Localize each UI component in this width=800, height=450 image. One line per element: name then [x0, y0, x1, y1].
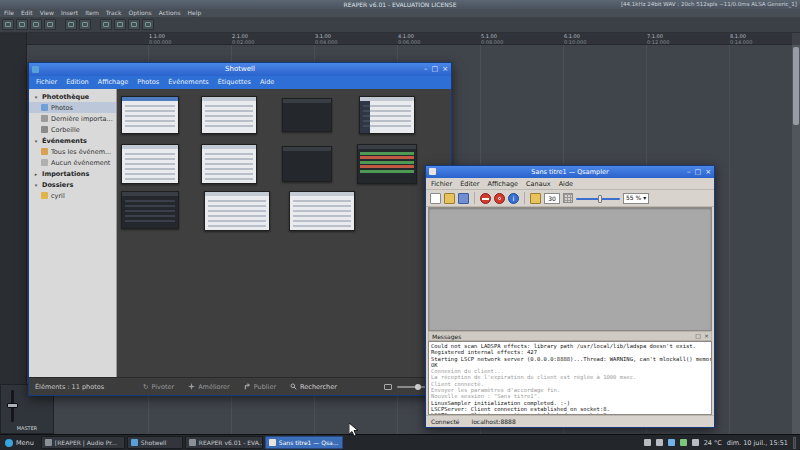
photo-thumbnail[interactable]: [121, 96, 179, 134]
menu-etiquettes[interactable]: Étiquettes: [218, 76, 251, 89]
temperature-indicator[interactable]: 24 °C: [704, 439, 722, 447]
volume-slider[interactable]: [576, 193, 620, 204]
channel-spinbox[interactable]: 30: [544, 193, 560, 204]
restart-sampler-icon[interactable]: [494, 193, 505, 204]
new-session-icon[interactable]: [430, 193, 441, 204]
photo-thumbnail[interactable]: [121, 144, 179, 184]
maximize-button[interactable]: □: [432, 63, 439, 76]
ripple-edit-icon[interactable]: [44, 19, 56, 30]
expander-icon[interactable]: ▸: [33, 171, 39, 177]
expander-icon[interactable]: ▾: [33, 138, 39, 144]
grouping-icon[interactable]: [79, 19, 91, 30]
task-shotwell[interactable]: Shotwell: [127, 436, 183, 449]
minimize-button[interactable]: –: [424, 63, 428, 76]
show-desktop-button[interactable]: [793, 437, 796, 449]
add-channel-icon[interactable]: [530, 193, 541, 204]
menu-edit[interactable]: Edit: [21, 9, 33, 17]
enhance-button[interactable]: Améliorer: [188, 383, 230, 391]
photo-thumbnail[interactable]: [289, 191, 355, 231]
volume-combo[interactable]: 55 %▾: [623, 193, 649, 204]
menu-insert[interactable]: Insert: [61, 9, 78, 17]
metronome-icon[interactable]: [100, 19, 112, 30]
menu-track[interactable]: Track: [106, 9, 122, 17]
photo-thumbnail[interactable]: [201, 144, 257, 184]
info-icon[interactable]: i: [508, 193, 519, 204]
dock-close-button[interactable]: ×: [704, 331, 709, 341]
expander-icon[interactable]: ▾: [33, 182, 39, 188]
sidebar-item-events[interactable]: ▾Événements: [29, 135, 116, 146]
close-button[interactable]: ×: [442, 63, 448, 76]
menu-canaux[interactable]: Canaux: [526, 178, 551, 189]
sidebar-item-imports[interactable]: ▸Importations: [29, 168, 116, 179]
messages-log[interactable]: Could not scan LADSPA effects: library p…: [428, 341, 712, 415]
magnet-snap-icon[interactable]: [30, 19, 42, 30]
volume-slider-knob[interactable]: [598, 195, 602, 203]
minimize-button[interactable]: –: [687, 166, 691, 178]
updates-icon[interactable]: [680, 439, 687, 446]
menu-item[interactable]: Item: [85, 9, 99, 17]
lock-icon[interactable]: [128, 19, 140, 30]
menu-affichage[interactable]: Affichage: [488, 178, 519, 189]
menu-options[interactable]: Options: [129, 9, 152, 17]
sidebar-item-library[interactable]: ▾Photothèque: [29, 91, 116, 102]
zoom-slider-knob[interactable]: [415, 384, 421, 390]
reaper-titlebar[interactable]: REAPER v6.01 - EVALUATION LICENSE [44.1k…: [0, 0, 800, 9]
save-session-icon[interactable]: [458, 193, 469, 204]
menu-affichage[interactable]: Affichage: [98, 76, 129, 89]
photo-thumbnail[interactable]: [282, 146, 332, 182]
channels-grid-icon[interactable]: [563, 193, 573, 203]
open-session-icon[interactable]: [444, 193, 455, 204]
menu-fichier[interactable]: Fichier: [431, 178, 452, 189]
publish-button[interactable]: Publier: [244, 383, 276, 391]
start-menu-button[interactable]: Menu: [0, 435, 39, 450]
sidebar-item-all-events[interactable]: Tous les événem...: [29, 146, 116, 157]
network-icon[interactable]: [668, 439, 675, 446]
master-fader[interactable]: [7, 403, 18, 408]
sidebar-item-folders[interactable]: ▾Dossiers: [29, 179, 116, 190]
vertical-scrollbar[interactable]: [792, 45, 800, 434]
task-reaper-audio[interactable]: [REAPER | Audio Pr...: [41, 436, 125, 449]
menu-file[interactable]: File: [4, 9, 14, 17]
timeline-ruler[interactable]: 1.1.000:00.000 2.1.000:02.000 3.1.000:04…: [27, 33, 792, 45]
reset-sampler-icon[interactable]: [480, 193, 491, 204]
close-button[interactable]: ×: [705, 166, 711, 178]
bluetooth-icon[interactable]: [692, 439, 699, 446]
photo-thumbnail[interactable]: [121, 191, 179, 229]
menu-help[interactable]: Help: [188, 9, 202, 17]
messages-panel-header[interactable]: Messages □ ×: [428, 331, 712, 341]
sidebar-item-photos[interactable]: Photos: [29, 102, 116, 113]
menu-editer[interactable]: Éditer: [460, 178, 479, 189]
search-button[interactable]: Rechercher: [290, 383, 337, 391]
sidebar-item-user-folder[interactable]: cyril: [29, 190, 116, 201]
menu-evenements[interactable]: Événements: [168, 76, 208, 89]
photo-thumbnail[interactable]: [357, 144, 417, 184]
clipboard-icon[interactable]: [644, 439, 651, 446]
rotate-button[interactable]: ↻Pivoter: [143, 383, 174, 391]
menu-photos[interactable]: Photos: [137, 76, 159, 89]
fx-icon[interactable]: [114, 19, 126, 30]
menu-actions[interactable]: Actions: [159, 9, 181, 17]
expander-icon[interactable]: ▾: [33, 94, 39, 100]
menu-edition[interactable]: Édition: [66, 76, 89, 89]
photo-thumbnail[interactable]: [359, 96, 415, 134]
envelope-icon[interactable]: [16, 19, 28, 30]
dock-float-button[interactable]: □: [695, 331, 701, 341]
qsampler-titlebar[interactable]: Sans titre1 — Qsampler – □ ×: [426, 166, 714, 178]
shotwell-titlebar[interactable]: Shotwell – □ ×: [29, 63, 451, 76]
scrollbar-thumb[interactable]: [793, 47, 799, 125]
sidebar-item-last-import[interactable]: Dernière importa...: [29, 113, 116, 124]
menu-fichier[interactable]: Fichier: [36, 76, 57, 89]
menu-view[interactable]: View: [40, 9, 54, 17]
arrow-tool-icon[interactable]: [2, 19, 14, 30]
photo-thumbnail[interactable]: [204, 191, 270, 231]
photo-thumbnail[interactable]: [201, 96, 257, 134]
menu-aide[interactable]: Aide: [559, 178, 573, 189]
maximize-button[interactable]: □: [695, 166, 702, 178]
task-qsampler[interactable]: Sans titre1 — Qsa...: [265, 436, 343, 449]
qsampler-workspace[interactable]: [428, 207, 712, 331]
photo-thumbnail[interactable]: [282, 98, 332, 132]
sidebar-item-no-event[interactable]: Aucun événement: [29, 157, 116, 168]
crossfade-icon[interactable]: [142, 19, 154, 30]
volume-icon[interactable]: [656, 439, 663, 446]
clock[interactable]: dim. 10 juil., 15:51: [727, 439, 788, 447]
